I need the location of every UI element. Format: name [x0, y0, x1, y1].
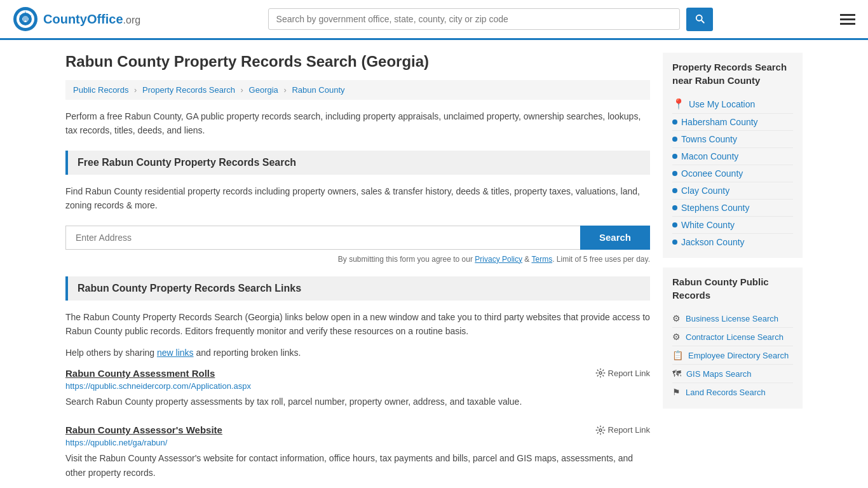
dot-icon — [672, 188, 677, 193]
search-button[interactable]: Search — [580, 226, 650, 250]
sidebar-oconee-county[interactable]: Oconee County — [672, 165, 793, 182]
link-title-assessment-rolls[interactable]: Rabun County Assessment Rolls — [65, 368, 215, 379]
dot-icon — [672, 137, 677, 142]
location-icon: 📍 — [672, 98, 685, 110]
svg-point-6 — [599, 429, 602, 431]
breadcrumb-rabun-county[interactable]: Rabun County — [292, 85, 344, 95]
link-desc-assessor-website: Visit the Rabun County Assessor's websit… — [65, 451, 650, 480]
report-link-1[interactable]: Report Link — [595, 368, 650, 378]
sidebar-white-county[interactable]: White County — [672, 217, 793, 234]
link-item-assessment-rolls: Rabun County Assessment Rolls Report Lin… — [65, 368, 650, 409]
contractor-license-icon: ⚙ — [672, 332, 681, 342]
link-url-assessor-website[interactable]: https://qpublic.net/ga/rabun/ — [65, 438, 650, 447]
dot-icon — [672, 240, 677, 245]
privacy-policy-link[interactable]: Privacy Policy — [475, 255, 522, 264]
dot-icon — [672, 205, 677, 210]
link-url-assessment-rolls[interactable]: https://qpublic.schneidercorp.com/Applic… — [65, 381, 650, 391]
links-section-header: Rabun County Property Records Search Lin… — [65, 276, 650, 301]
search-icon — [694, 13, 705, 24]
terms-link[interactable]: Terms — [531, 255, 552, 264]
use-my-location-link[interactable]: 📍 Use My Location — [672, 95, 793, 114]
nearby-counties-section: Property Records Search near Rabun Count… — [663, 53, 803, 258]
terms-text: By submitting this form you agree to our… — [65, 255, 650, 264]
header-search-input[interactable] — [268, 8, 680, 30]
link-title-assessor-website[interactable]: Rabun County Assessor's Website — [65, 424, 222, 435]
dot-icon — [672, 119, 677, 125]
svg-point-5 — [599, 372, 602, 374]
links-description: The Rabun County Property Records Search… — [65, 310, 650, 339]
employee-directory-icon: 📋 — [672, 350, 683, 360]
link-item-assessor-website: Rabun County Assessor's Website Report L… — [65, 424, 650, 480]
sidebar-stephens-county[interactable]: Stephens County — [672, 200, 793, 217]
logo[interactable]: CountyOffice.org — [13, 6, 140, 32]
breadcrumb-public-records[interactable]: Public Records — [73, 85, 128, 95]
breadcrumb: Public Records › Property Records Search… — [65, 80, 650, 100]
free-search-description: Find Rabun County residential property r… — [65, 184, 650, 213]
logo-text: CountyOffice.org — [43, 12, 140, 27]
hamburger-line — [840, 14, 855, 16]
address-input[interactable] — [65, 226, 580, 250]
gis-maps-search-link[interactable]: 🗺 GIS Maps Search — [672, 365, 793, 383]
sidebar-macon-county[interactable]: Macon County — [672, 148, 793, 165]
report-link-2[interactable]: Report Link — [595, 425, 650, 435]
new-links-link[interactable]: new links — [157, 348, 194, 358]
nearby-section-title: Property Records Search near Rabun Count… — [672, 60, 793, 87]
gis-maps-icon: 🗺 — [672, 369, 681, 379]
dot-icon — [672, 154, 677, 159]
dot-icon — [672, 222, 677, 227]
contractor-license-search-link[interactable]: ⚙ Contractor License Search — [672, 328, 793, 346]
hamburger-line — [840, 23, 855, 25]
new-links-text: Help others by sharing new links and rep… — [65, 346, 650, 360]
logo-icon — [13, 6, 38, 32]
dot-icon — [672, 171, 677, 176]
free-search-header: Free Rabun County Property Records Searc… — [65, 151, 650, 175]
public-records-section: Rabun County Public Records ⚙ Business L… — [663, 268, 803, 409]
report-icon — [595, 368, 606, 378]
land-records-icon: ⚑ — [672, 387, 681, 397]
header-search-button[interactable] — [686, 8, 713, 31]
breadcrumb-property-records-search[interactable]: Property Records Search — [142, 85, 235, 95]
public-records-title: Rabun County Public Records — [672, 275, 793, 302]
employee-directory-search-link[interactable]: 📋 Employee Directory Search — [672, 346, 793, 365]
sidebar-habersham-county[interactable]: Habersham County — [672, 114, 793, 131]
hamburger-menu-button[interactable] — [840, 14, 855, 25]
page-title: Rabun County Property Records Search (Ge… — [65, 53, 650, 71]
link-desc-assessment-rolls: Search Rabun County property assessments… — [65, 395, 650, 409]
land-records-search-link[interactable]: ⚑ Land Records Search — [672, 383, 793, 401]
breadcrumb-georgia[interactable]: Georgia — [249, 85, 278, 95]
sidebar-towns-county[interactable]: Towns County — [672, 131, 793, 148]
report-icon-2 — [595, 425, 606, 435]
business-license-icon: ⚙ — [672, 313, 681, 323]
sidebar-clay-county[interactable]: Clay County — [672, 182, 793, 200]
page-description: Perform a free Rabun County, GA public p… — [65, 109, 650, 138]
sidebar-jackson-county[interactable]: Jackson County — [672, 234, 793, 250]
business-license-search-link[interactable]: ⚙ Business License Search — [672, 309, 793, 328]
hamburger-line — [840, 18, 855, 20]
